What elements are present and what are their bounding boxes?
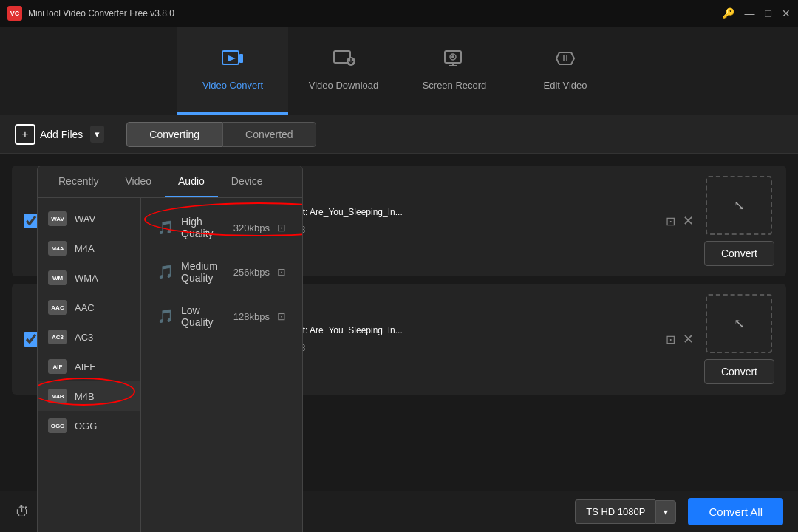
format-label-ac3: AC3 [75,332,93,343]
tab-converted[interactable]: Converted [222,122,316,147]
quality-item-high[interactable]: 🎵 High Quality 320kbps ⊡ [149,205,295,250]
edit-button-1[interactable]: ⊡ [666,214,675,228]
format-icon-ac3: AC3 [48,330,67,344]
format-label-ogg: OGG [75,420,97,432]
nav-edit-video[interactable]: Edit Video [510,27,621,115]
quality-icon-medium: 🎵 [157,264,174,280]
add-files-button[interactable]: + Add Files [15,124,83,145]
quality-edit-low[interactable]: ⊡ [277,310,286,322]
clock-icon: ⏱ [15,503,30,520]
format-item-wav[interactable]: WAV WAV [38,204,140,233]
format-label-m4a: M4A [75,243,95,254]
dropdown-tab-device[interactable]: Device [218,166,276,197]
format-icon-m4a: M4A [48,241,67,256]
edit-video-icon [553,48,577,74]
title-bar: VC MiniTool Video Converter Free v3.8.0 … [0,0,798,27]
quality-name-medium: Medium Quality [181,260,226,284]
remove-file-1[interactable]: ✕ [683,213,694,229]
format-item-ogg[interactable]: OGG OGG [38,411,140,440]
title-bar-left: VC MiniTool Video Converter Free v3.8.0 [7,6,174,21]
format-icon-aac: AAC [48,300,67,315]
maximize-button[interactable]: □ [765,7,771,19]
nav-bar: Video Convert Video Download Screen Reco… [0,27,798,115]
format-label-wma: WMA [75,273,98,284]
format-icon-ogg: OGG [48,418,67,433]
format-selector-label: TS HD 1080P [575,499,655,524]
dropdown-tab-recently[interactable]: Recently [45,166,112,197]
resize-icon-2: ⤡ [734,316,745,332]
nav-screen-record[interactable]: Screen Record [399,27,510,115]
quality-item-medium[interactable]: 🎵 Medium Quality 256kbps ⊡ [149,250,295,294]
convert-all-button[interactable]: Convert All [688,498,783,525]
app-title: MiniTool Video Converter Free v3.8.0 [28,8,174,18]
quality-spacer [141,388,302,532]
format-label-wav: WAV [75,214,95,225]
nav-video-convert[interactable]: Video Convert [177,27,288,115]
convert-button-1[interactable]: Convert [704,241,774,266]
tab-group: Converting Converted [126,122,316,147]
format-item-aac[interactable]: AAC AAC [38,293,140,322]
add-files-dropdown-arrow[interactable]: ▾ [90,126,104,143]
screen-record-icon [443,48,466,74]
video-convert-icon [221,48,245,74]
format-item-m4a[interactable]: M4A M4A [38,233,140,263]
dropdown-body: WAV WAV M4A M4A WM WMA AAC AAC AC3 AC3 [38,198,302,532]
quality-bitrate-high: 320kbps [233,222,270,233]
format-icon-m4b: M4B [48,389,67,403]
app-logo: VC [7,6,22,21]
format-label-aiff: AIFF [75,361,95,372]
nav-edit-video-label: Edit Video [543,80,587,91]
quality-panel: 🎵 High Quality 320kbps ⊡ 🎵 Medium Qualit… [141,198,302,532]
file-checkbox-1[interactable] [24,214,38,228]
quality-bitrate-medium: 256kbps [233,267,270,278]
dropdown-tab-video[interactable]: Video [112,166,165,197]
format-dropdown-panel: Recently Video Audio Device WAV WAV M4A … [37,166,303,532]
add-files-label: Add Files [40,129,83,140]
nav-video-convert-label: Video Convert [202,80,263,91]
toolbar: + Add Files ▾ Converting Converted [0,115,798,154]
format-item-m4b[interactable]: M4B M4B [38,381,140,411]
format-icon-wma: WM [48,270,67,285]
quality-icon-high: 🎵 [157,219,174,236]
edit-button-2[interactable]: ⊡ [666,332,675,347]
quality-edit-medium[interactable]: ⊡ [277,266,286,278]
target-format-box-2[interactable]: ⤡ [706,294,772,353]
quality-item-low[interactable]: 🎵 Low Quality 128kbps ⊡ [149,294,295,338]
format-list: WAV WAV M4A M4A WM WMA AAC AAC AC3 AC3 [38,198,141,532]
nav-video-download-label: Video Download [309,80,378,91]
tab-converting[interactable]: Converting [126,122,222,147]
video-download-icon [332,48,355,74]
key-icon[interactable]: 🔑 [722,7,734,19]
quality-icon-low: 🎵 [157,308,174,324]
format-selector-dropdown[interactable]: ▾ [655,500,676,524]
dropdown-tab-audio[interactable]: Audio [165,166,218,197]
format-icon-wav: WAV [48,211,67,226]
format-item-aiff[interactable]: AIF AIFF [38,352,140,381]
format-label-m4b: M4B [75,391,95,402]
format-item-wma[interactable]: WM WMA [38,263,140,293]
format-selector: TS HD 1080P ▾ [575,499,676,524]
minimize-button[interactable]: — [745,7,755,19]
quality-name-low: Low Quality [181,304,226,328]
target-format-box-1[interactable]: ⤡ [706,176,772,235]
quality-edit-high[interactable]: ⊡ [277,222,286,233]
svg-point-7 [451,55,454,58]
quality-name-high: High Quality [181,216,226,239]
file-actions-1: ⊡ ✕ [666,213,694,229]
nav-screen-record-label: Screen Record [423,80,487,91]
title-bar-controls: 🔑 — □ ✕ [722,7,791,19]
quality-bitrate-low: 128kbps [233,311,270,322]
add-files-icon: + [15,124,35,145]
format-icon-aiff: AIF [48,359,67,374]
resize-icon-1: ⤡ [734,197,745,214]
convert-button-2[interactable]: Convert [704,359,774,384]
file-checkbox-2[interactable] [24,332,38,347]
quality-list: 🎵 High Quality 320kbps ⊡ 🎵 Medium Qualit… [141,198,302,388]
format-item-ac3[interactable]: AC3 AC3 [38,322,140,352]
file-actions-2: ⊡ ✕ [666,331,694,347]
close-button[interactable]: ✕ [782,7,791,19]
remove-file-2[interactable]: ✕ [683,331,694,347]
dropdown-tabs: Recently Video Audio Device [38,166,302,198]
nav-video-download[interactable]: Video Download [288,27,399,115]
main-content: 📼 Source: Are_You_Sleeping_In... Target:… [0,154,798,491]
